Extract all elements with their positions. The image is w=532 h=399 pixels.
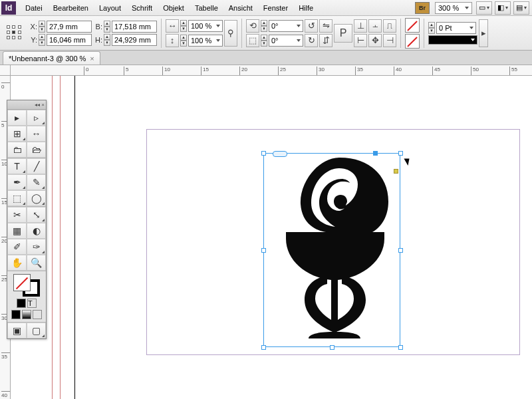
scale-y-input[interactable]: 100 % [188, 35, 223, 47]
gradient-feather-tool[interactable]: ◐ [27, 223, 46, 239]
view-mode-normal[interactable]: ▣ [7, 323, 27, 338]
selection-handle[interactable] [373, 151, 378, 156]
selection-handle[interactable] [261, 151, 266, 156]
arrange-button[interactable]: ◧▾ [495, 1, 511, 15]
fill-stroke-swatch[interactable] [13, 274, 40, 297]
document-tab[interactable]: *Unbenannt-3 @ 300 % × [3, 51, 100, 65]
apply-none-button[interactable] [33, 310, 42, 319]
bridge-button[interactable]: Br [415, 2, 430, 14]
reference-point-widget[interactable] [7, 25, 23, 41]
screen-mode-button[interactable]: ▭▾ [476, 1, 492, 15]
menu-layout[interactable]: Layout [94, 0, 126, 16]
rectangle-frame-tool[interactable]: ⬚ [7, 190, 27, 206]
align-6-button[interactable]: ⊣ [383, 34, 396, 47]
y-input[interactable]: 16,046 mm [47, 34, 92, 46]
stroke-weight-input[interactable]: 0 Pt [436, 22, 476, 34]
selection-handle[interactable] [261, 345, 266, 350]
free-transform-tool[interactable]: ⤡ [27, 207, 46, 223]
rotate-input[interactable]: 0° [269, 20, 303, 32]
h-input[interactable]: 24,929 mm [112, 34, 157, 46]
menu-datei[interactable]: Datei [20, 0, 48, 16]
x-input[interactable]: 27,9 mm [47, 21, 92, 33]
panel-titlebar[interactable]: ◂◂× [7, 100, 46, 110]
eyedropper-tool[interactable]: ✑ [27, 239, 46, 255]
menu-ansicht[interactable]: Ansicht [223, 0, 258, 16]
guide-line[interactable] [60, 76, 61, 399]
live-corner-handle[interactable] [394, 169, 398, 174]
direct-selection-tool[interactable]: ▹ [27, 110, 46, 126]
view-mode-preview[interactable]: ▢ [27, 323, 46, 338]
canvas[interactable] [11, 76, 532, 399]
rotate-cw-button[interactable]: ↻ [305, 34, 318, 47]
flip-v-button[interactable]: ⇵ [319, 34, 332, 47]
menu-hilfe[interactable]: Hilfe [293, 0, 319, 16]
scissors-tool[interactable]: ✂ [7, 207, 27, 223]
apply-gradient-button[interactable] [22, 310, 31, 319]
scale-x-input[interactable]: 100 % [188, 20, 223, 32]
menu-schrift[interactable]: Schrift [126, 0, 158, 16]
zoom-level-input[interactable]: 300 % [435, 2, 472, 14]
tools-panel[interactable]: ◂◂× ▸ ▹ ⊞ ↔ 🗀 🗁 T ╱ ✒ ✎ ⬚ ◯ ✂ ⤡ ▦ ◐ ✐ ✑ … [7, 100, 47, 339]
pencil-tool[interactable]: ✎ [27, 174, 46, 190]
y-spinner[interactable]: ▲▼ [39, 34, 45, 46]
align-5-button[interactable]: ✥ [368, 34, 382, 47]
type-tool[interactable]: T [7, 158, 27, 174]
line-tool[interactable]: ╱ [27, 158, 46, 174]
align-3-button[interactable]: ⎍ [383, 19, 396, 33]
close-icon[interactable]: × [41, 102, 45, 108]
horizontal-ruler[interactable]: 0 5 10 15 20 25 30 35 40 45 50 55 [11, 65, 532, 76]
collapse-icon[interactable]: ◂◂ [35, 102, 40, 108]
note-tool[interactable]: ✐ [7, 239, 27, 255]
selection-tool[interactable]: ▸ [7, 110, 27, 126]
hand-tool[interactable]: ✋ [7, 255, 27, 271]
anchor-badge-icon[interactable] [273, 151, 287, 157]
selection-handle[interactable] [398, 151, 403, 156]
formatting-text-button[interactable]: T [27, 299, 37, 308]
constrain-scale-icon[interactable]: ⚲ [224, 20, 237, 47]
flip-h-button[interactable]: ⇋ [319, 19, 332, 33]
align-1-button[interactable]: ⊥ [354, 19, 367, 33]
gap-tool[interactable]: ↔ [27, 126, 46, 142]
selection-handle[interactable] [398, 248, 403, 253]
shear-spinner[interactable]: ▲▼ [261, 35, 267, 47]
h-spinner[interactable]: ▲▼ [104, 34, 110, 46]
select-container-button[interactable]: P [334, 24, 352, 43]
align-2-button[interactable]: ⫠ [368, 19, 382, 33]
menu-bearbeiten[interactable]: Bearbeiten [48, 0, 94, 16]
gradient-swatch-tool[interactable]: ▦ [7, 223, 27, 239]
apply-color-button[interactable] [17, 299, 26, 308]
stroke-style-input[interactable] [428, 35, 477, 45]
close-icon[interactable]: × [90, 55, 94, 63]
selection-handle[interactable] [398, 345, 403, 350]
controlbar-menu-button[interactable]: ▸ [479, 19, 488, 47]
stroke-weight-spinner[interactable]: ▲▼ [428, 22, 435, 34]
apply-black-button[interactable] [11, 310, 21, 319]
scale-x-spinner[interactable]: ▲▼ [180, 20, 187, 32]
fill-color-icon[interactable] [13, 274, 31, 291]
guide-line[interactable] [52, 76, 53, 399]
ellipse-tool[interactable]: ◯ [27, 190, 46, 206]
rotate-spinner[interactable]: ▲▼ [261, 20, 267, 32]
w-spinner[interactable]: ▲▼ [104, 21, 110, 33]
pen-tool[interactable]: ✒ [7, 174, 27, 190]
fill-swatch[interactable] [405, 18, 420, 33]
content-placer-tool[interactable]: 🗁 [27, 142, 46, 158]
menu-tabelle[interactable]: Tabelle [190, 0, 223, 16]
ruler-corner[interactable] [0, 65, 11, 76]
scale-y-spinner[interactable]: ▲▼ [180, 35, 187, 47]
shear-input[interactable]: 0° [269, 35, 303, 47]
workspace-button[interactable]: ▤▾ [513, 1, 529, 15]
menu-fenster[interactable]: Fenster [258, 0, 293, 16]
align-4-button[interactable]: ⊢ [354, 34, 367, 47]
menu-objekt[interactable]: Objekt [158, 0, 190, 16]
stroke-swatch[interactable] [405, 34, 420, 49]
rotate-ccw-button[interactable]: ↺ [305, 19, 318, 33]
selection-handle[interactable] [330, 345, 334, 350]
selection-frame[interactable] [263, 153, 400, 347]
content-collector-tool[interactable]: 🗀 [7, 142, 27, 158]
selection-handle[interactable] [261, 248, 266, 253]
x-spinner[interactable]: ▲▼ [39, 21, 45, 33]
zoom-tool[interactable]: 🔍 [27, 255, 46, 271]
w-input[interactable]: 17,518 mm [112, 21, 157, 33]
page-tool[interactable]: ⊞ [7, 126, 27, 142]
